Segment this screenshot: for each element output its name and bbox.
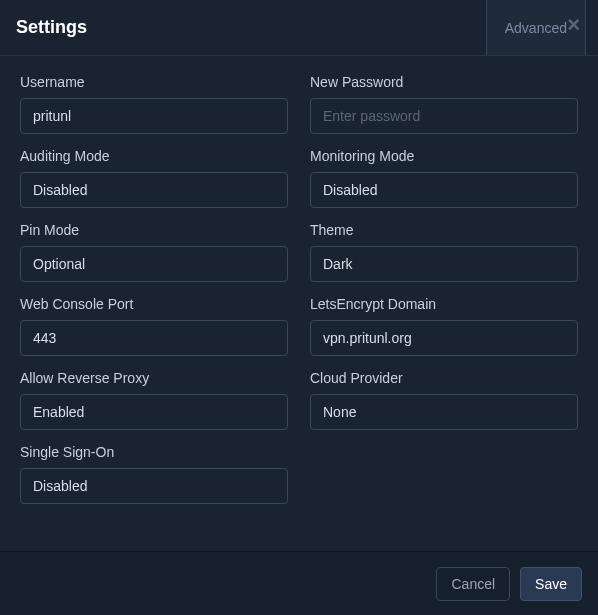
proxy-label: Allow Reverse Proxy [20,370,288,386]
pin-select[interactable]: Optional [20,246,288,282]
proxy-select[interactable]: Enabled [20,394,288,430]
form-group-port: Web Console Port [20,296,288,356]
modal-footer: Cancel Save [0,551,598,615]
port-input[interactable] [20,320,288,356]
modal-header: Settings Advanced × [0,0,598,56]
form-group-letsencrypt: LetsEncrypt Domain [310,296,578,356]
password-label: New Password [310,74,578,90]
monitoring-select[interactable]: Disabled [310,172,578,208]
auditing-select[interactable]: Disabled [20,172,288,208]
sso-select[interactable]: Disabled [20,468,288,504]
letsencrypt-input[interactable] [310,320,578,356]
form-column-left: Username Auditing Mode Disabled Pin Mode… [20,74,288,533]
modal-body: Username Auditing Mode Disabled Pin Mode… [0,56,598,551]
theme-select[interactable]: Dark [310,246,578,282]
form-group-cloud: Cloud Provider None [310,370,578,430]
letsencrypt-label: LetsEncrypt Domain [310,296,578,312]
form-group-password: New Password [310,74,578,134]
username-input[interactable] [20,98,288,134]
username-label: Username [20,74,288,90]
cloud-label: Cloud Provider [310,370,578,386]
theme-label: Theme [310,222,578,238]
form-group-pin: Pin Mode Optional [20,222,288,282]
sso-label: Single Sign-On [20,444,288,460]
cloud-select[interactable]: None [310,394,578,430]
form-column-right: New Password Monitoring Mode Disabled Th… [310,74,578,533]
save-button[interactable]: Save [520,567,582,601]
monitoring-label: Monitoring Mode [310,148,578,164]
form-group-username: Username [20,74,288,134]
auditing-label: Auditing Mode [20,148,288,164]
form-group-monitoring: Monitoring Mode Disabled [310,148,578,208]
pin-label: Pin Mode [20,222,288,238]
port-label: Web Console Port [20,296,288,312]
form-group-auditing: Auditing Mode Disabled [20,148,288,208]
password-input[interactable] [310,98,578,134]
form-group-theme: Theme Dark [310,222,578,282]
close-icon[interactable]: × [559,14,588,36]
form-group-proxy: Allow Reverse Proxy Enabled [20,370,288,430]
settings-modal: Settings Advanced × Username Auditing Mo… [0,0,598,615]
modal-title: Settings [16,17,87,38]
cancel-button[interactable]: Cancel [436,567,510,601]
form-group-sso: Single Sign-On Disabled [20,444,288,504]
